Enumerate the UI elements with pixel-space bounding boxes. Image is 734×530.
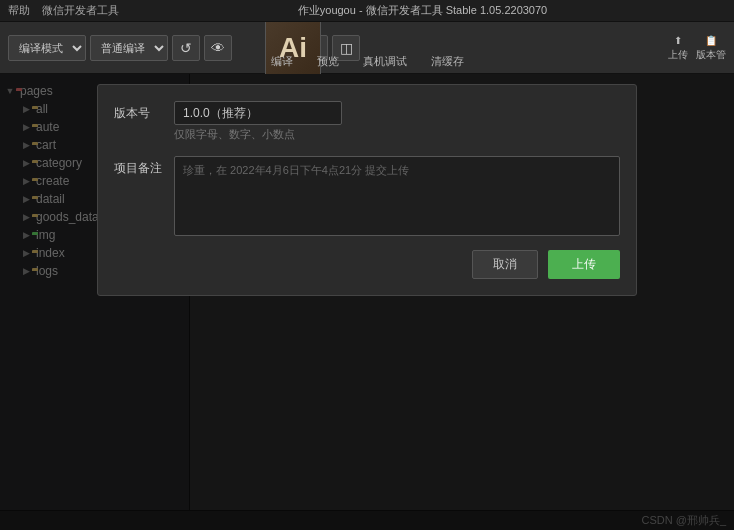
cancel-button[interactable]: 取消: [472, 250, 538, 279]
mode-select[interactable]: 编译模式: [8, 35, 86, 61]
upload-confirm-button[interactable]: 上传: [548, 250, 620, 279]
upload-label: 上传: [668, 47, 688, 61]
comment-row: 项目备注: [114, 156, 620, 236]
version-hint: 仅限字母、数字、小数点: [174, 127, 620, 142]
menu-devtools[interactable]: 微信开发者工具: [42, 3, 119, 18]
version-row: 版本号 仅限字母、数字、小数点: [114, 101, 620, 142]
menu-help[interactable]: 帮助: [8, 3, 30, 18]
version-label: 版本管: [696, 47, 726, 61]
upload-dialog: 版本号 仅限字母、数字、小数点 项目备注 取消 上传: [97, 84, 637, 296]
toolbar-right: ⬆ 上传 📋 版本管: [668, 34, 726, 61]
label-preview: 预览: [317, 54, 339, 69]
toolbar-labels: 编译 预览 真机调试 清缓存: [271, 54, 464, 69]
upload-icon: ⬆: [674, 34, 682, 45]
dialog-overlay: 版本号 仅限字母、数字、小数点 项目备注 取消 上传: [0, 74, 734, 530]
toolbar-left: 编译模式 普通编译 ↺ 👁: [8, 35, 232, 61]
window-title: 作业yougou - 微信开发者工具 Stable 1.05.2203070: [119, 3, 726, 18]
version-field-container: 仅限字母、数字、小数点: [174, 101, 620, 142]
upload-button[interactable]: ⬆ 上传: [668, 34, 688, 61]
menu-items[interactable]: 帮助 微信开发者工具: [8, 3, 119, 18]
label-realtest: 真机调试: [363, 54, 407, 69]
comment-textarea[interactable]: [174, 156, 620, 236]
version-field-label: 版本号: [114, 101, 174, 122]
dialog-buttons: 取消 上传: [114, 250, 620, 279]
label-compile: 编译: [271, 54, 293, 69]
eye-button[interactable]: 👁: [204, 35, 232, 61]
label-clearcache: 清缓存: [431, 54, 464, 69]
title-bar: 帮助 微信开发者工具 作业yougou - 微信开发者工具 Stable 1.0…: [0, 0, 734, 22]
version-input[interactable]: [174, 101, 342, 125]
comment-field-label: 项目备注: [114, 156, 174, 177]
toolbar: 编译模式 普通编译 ↺ 👁 Ai ⚙ ◫ 编译 预览 真机调试 清缓存 ⬆ 上传…: [0, 22, 734, 74]
version-icon: 📋: [705, 34, 717, 45]
main-area: ▼ pages ▶ all ▶ aute ▶ cart: [0, 74, 734, 530]
compile-select[interactable]: 普通编译: [90, 35, 168, 61]
version-button[interactable]: 📋 版本管: [696, 34, 726, 61]
refresh-button[interactable]: ↺: [172, 35, 200, 61]
